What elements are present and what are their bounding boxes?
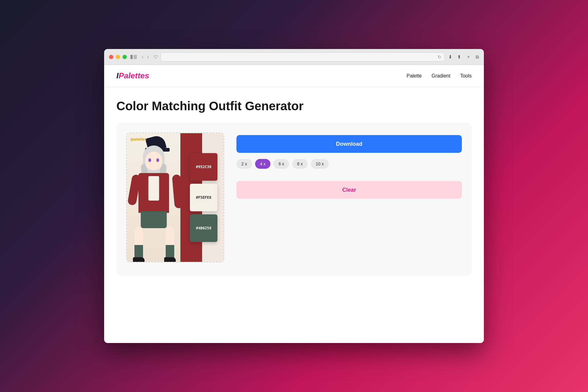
site-nav-links: Palette Gradient Tools <box>406 73 472 79</box>
swatch-item-1: #952C30 <box>180 153 224 181</box>
char-sock-right <box>166 245 174 259</box>
maximize-button[interactable] <box>123 55 127 59</box>
minimize-button[interactable] <box>116 55 120 59</box>
char-face <box>145 152 162 170</box>
count-2x[interactable]: 2 x <box>236 159 252 169</box>
browser-window: ‹ › 🛡 ↻ ⬇ ⬆ ＋ ⧉ IPalettes Palette Gradie <box>104 49 484 343</box>
sidebar-right-panel <box>134 55 137 59</box>
tabs-icon[interactable]: ⧉ <box>476 54 479 60</box>
character-area <box>127 133 180 262</box>
char-eye-right <box>156 158 159 162</box>
address-bar[interactable]: ↻ <box>160 52 445 62</box>
main-section: Color Matching Outfit Generator ipalette… <box>104 87 484 288</box>
shield-icon: 🛡 <box>154 55 158 59</box>
swatch-box-1[interactable]: #952C30 <box>190 153 217 181</box>
char-sock-left <box>134 245 143 259</box>
share-icon[interactable]: ⬆ <box>457 54 461 60</box>
swatch-label-3: #4B6258 <box>196 226 212 230</box>
address-bar-wrap: 🛡 ↻ <box>154 52 445 62</box>
nav-tools[interactable]: Tools <box>460 73 472 78</box>
char-eye-left <box>148 158 151 162</box>
new-tab-icon[interactable]: ＋ <box>466 54 471 60</box>
nav-palette[interactable]: Palette <box>406 73 422 78</box>
generator-card: ipalettes <box>116 123 472 276</box>
browser-actions: ⬇ ⬆ ＋ ⧉ <box>448 54 479 60</box>
swatches-panel: #952C30 #F5EFE6 #4B6258 <box>180 133 224 262</box>
clear-button[interactable]: Clear <box>236 181 462 199</box>
swatch-box-2[interactable]: #F5EFE6 <box>190 184 217 211</box>
char-jacket <box>138 173 169 213</box>
count-6x[interactable]: 6 x <box>273 159 289 169</box>
forward-button[interactable]: › <box>146 54 150 60</box>
count-options: 2 x 4 x 6 x 8 x 10 x <box>236 159 462 169</box>
site-logo[interactable]: IPalettes <box>116 71 149 81</box>
page-title: Color Matching Outfit Generator <box>116 99 472 113</box>
sidebar-left-panel <box>130 55 133 59</box>
nav-arrows: ‹ › <box>141 54 150 60</box>
browser-chrome: ‹ › 🛡 ↻ ⬇ ⬆ ＋ ⧉ <box>104 49 484 65</box>
swatch-box-3[interactable]: #4B6258 <box>190 214 217 242</box>
char-shoe-left <box>133 257 145 262</box>
count-4x[interactable]: 4 x <box>255 159 271 169</box>
download-icon[interactable]: ⬇ <box>448 54 452 60</box>
palette-watermark: ipalettes <box>130 137 147 141</box>
swatch-item-3: #4B6258 <box>180 214 224 242</box>
char-shorts <box>141 211 167 228</box>
count-8x[interactable]: 8 x <box>292 159 308 169</box>
sidebar-toggle[interactable] <box>130 55 137 59</box>
page-content: IPalettes Palette Gradient Tools Color M… <box>104 65 484 343</box>
close-button[interactable] <box>109 55 113 59</box>
controls-panel: Download 2 x 4 x 6 x 8 x 10 x Clear <box>236 133 462 199</box>
palette-display: ipalettes <box>126 133 224 262</box>
char-inner-top <box>148 176 159 201</box>
site-navbar: IPalettes Palette Gradient Tools <box>104 65 484 87</box>
swatch-label-1: #952C30 <box>196 165 212 169</box>
reload-icon[interactable]: ↻ <box>438 55 441 59</box>
traffic-lights <box>109 55 127 59</box>
swatch-item-2: #F5EFE6 <box>180 184 224 211</box>
count-10x[interactable]: 10 x <box>311 159 329 169</box>
char-arm-right <box>172 174 180 209</box>
char-shoe-right <box>164 257 176 262</box>
nav-gradient[interactable]: Gradient <box>432 73 450 78</box>
download-button[interactable]: Download <box>236 135 462 153</box>
swatch-label-2: #F5EFE6 <box>196 195 212 200</box>
logo-palettes: Palettes <box>119 71 149 80</box>
back-button[interactable]: ‹ <box>141 54 145 60</box>
